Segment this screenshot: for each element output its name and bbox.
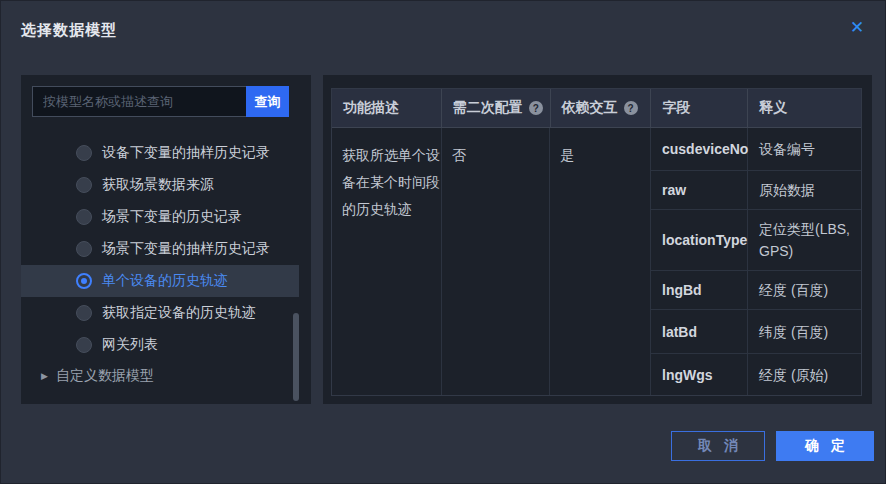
- model-option-label: 单个设备的历史轨迹: [102, 272, 228, 290]
- field-name: lngBd: [651, 271, 748, 309]
- field-meaning: 纬度 (百度): [748, 310, 861, 353]
- column-header: 功能描述: [332, 89, 442, 127]
- model-option-label: 网关列表: [102, 336, 158, 354]
- model-option-label: 设备下变量的抽样历史记录: [102, 144, 270, 162]
- scrollbar-thumb[interactable]: [293, 313, 299, 401]
- field-meaning: 经度 (原始): [748, 354, 861, 395]
- fields-column: cusdeviceNo 设备编号 raw 原始数据 locationType 定…: [651, 128, 861, 395]
- table-row: lngBd 经度 (百度): [651, 270, 861, 309]
- table-row: locationType 定位类型(LBS, GPS): [651, 209, 861, 270]
- field-name: locationType: [651, 210, 748, 270]
- close-icon[interactable]: ✕: [845, 15, 869, 39]
- field-name: cusdeviceNo: [651, 128, 748, 170]
- model-option[interactable]: 获取场景数据来源: [21, 169, 299, 201]
- model-list: 设备下变量的抽样历史记录 获取场景数据来源 场景下变量的历史记录 场景下变量的抽…: [21, 137, 311, 361]
- field-meaning: 定位类型(LBS, GPS): [748, 210, 861, 270]
- model-detail-table: 功能描述 需二次配置 ? 依赖交互 ? 字段 释义 获取所选单个设备在某个时间段…: [331, 88, 862, 396]
- model-option[interactable]: 获取指定设备的历史轨迹: [21, 297, 299, 329]
- model-list-panel: 查询 设备下变量的抽样历史记录 获取场景数据来源 场景下变量的历史记录 场景下变…: [21, 75, 311, 404]
- search-input[interactable]: [32, 86, 246, 117]
- model-option[interactable]: 场景下变量的历史记录: [21, 201, 299, 233]
- column-header-label: 依赖交互: [562, 99, 618, 117]
- column-header: 释义: [748, 89, 861, 127]
- cell-need-reconfig: 否: [442, 128, 551, 395]
- cancel-button[interactable]: 取 消: [671, 431, 765, 461]
- field-name: lngWgs: [651, 354, 748, 395]
- model-option-label: 获取场景数据来源: [102, 176, 214, 194]
- model-option-label: 场景下变量的抽样历史记录: [102, 240, 270, 258]
- radio-icon: [76, 145, 92, 161]
- field-name: raw: [651, 171, 748, 209]
- model-option-label: 获取指定设备的历史轨迹: [102, 304, 256, 322]
- column-header-label: 释义: [759, 99, 787, 117]
- radio-icon: [76, 305, 92, 321]
- chevron-right-icon: ▶: [41, 371, 48, 381]
- table-header-row: 功能描述 需二次配置 ? 依赖交互 ? 字段 释义: [332, 89, 861, 128]
- radio-icon: [76, 177, 92, 193]
- column-header-label: 需二次配置: [453, 99, 523, 117]
- query-button[interactable]: 查询: [246, 86, 289, 117]
- field-name: latBd: [651, 310, 748, 353]
- field-meaning: 经度 (百度): [748, 271, 861, 309]
- model-detail-panel: 功能描述 需二次配置 ? 依赖交互 ? 字段 释义 获取所选单个设备在某个时间段…: [323, 75, 872, 404]
- model-option-label: 场景下变量的历史记录: [102, 208, 242, 226]
- table-row: lngWgs 经度 (原始): [651, 353, 861, 395]
- model-option-selected[interactable]: 单个设备的历史轨迹: [21, 265, 299, 297]
- help-icon[interactable]: ?: [624, 101, 638, 115]
- column-header: 字段: [651, 89, 748, 127]
- dialog-footer: 取 消 确 定: [671, 431, 874, 461]
- table-row: raw 原始数据: [651, 170, 861, 209]
- tree-item-label: 自定义数据模型: [56, 367, 154, 385]
- radio-checked-icon: [76, 273, 92, 289]
- cell-depends-interaction: 是: [550, 128, 651, 395]
- model-option[interactable]: 场景下变量的抽样历史记录: [21, 233, 299, 265]
- column-header-label: 字段: [662, 99, 690, 117]
- radio-icon: [76, 241, 92, 257]
- column-header-label: 功能描述: [343, 99, 399, 117]
- field-meaning: 设备编号: [748, 128, 861, 170]
- radio-icon: [76, 337, 92, 353]
- model-option[interactable]: 网关列表: [21, 329, 299, 361]
- tree-item-custom-models[interactable]: ▶ 自定义数据模型: [21, 361, 311, 391]
- table-row: cusdeviceNo 设备编号: [651, 128, 861, 170]
- field-meaning: 原始数据: [748, 171, 861, 209]
- model-option[interactable]: 设备下变量的抽样历史记录: [21, 137, 299, 169]
- table-row: latBd 纬度 (百度): [651, 309, 861, 353]
- confirm-button[interactable]: 确 定: [776, 431, 874, 461]
- radio-icon: [76, 209, 92, 225]
- help-icon[interactable]: ?: [529, 101, 543, 115]
- column-header: 依赖交互 ?: [551, 89, 652, 127]
- cell-function-description: 获取所选单个设备在某个时间段的历史轨迹: [332, 128, 442, 395]
- search-row: 查询: [32, 86, 289, 117]
- page-title: 选择数据模型: [21, 21, 117, 40]
- table-body: 获取所选单个设备在某个时间段的历史轨迹 否 是 cusdeviceNo 设备编号…: [332, 128, 861, 395]
- column-header: 需二次配置 ?: [442, 89, 551, 127]
